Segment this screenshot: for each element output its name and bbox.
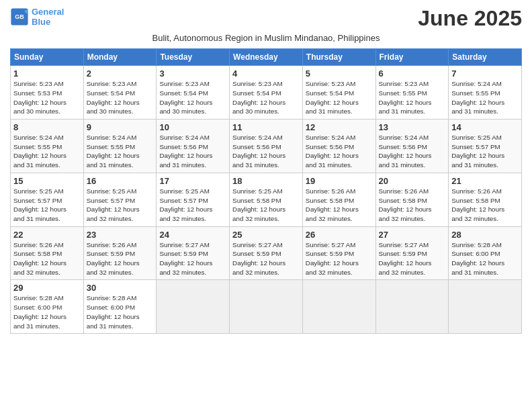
day-number: 1 bbox=[13, 68, 81, 79]
day-cell: 2Sunrise: 5:23 AM Sunset: 5:54 PM Daylig… bbox=[83, 66, 157, 120]
day-number: 27 bbox=[379, 230, 446, 240]
day-cell: 9Sunrise: 5:24 AM Sunset: 5:55 PM Daylig… bbox=[83, 120, 157, 173]
day-cell: 17Sunrise: 5:25 AM Sunset: 5:57 PM Dayli… bbox=[157, 173, 230, 226]
day-cell: 11Sunrise: 5:24 AM Sunset: 5:56 PM Dayli… bbox=[230, 120, 303, 173]
day-info: Sunrise: 5:27 AM Sunset: 5:59 PM Dayligh… bbox=[306, 240, 373, 277]
day-info: Sunrise: 5:26 AM Sunset: 5:58 PM Dayligh… bbox=[13, 240, 81, 277]
day-cell bbox=[230, 280, 303, 334]
day-number: 14 bbox=[451, 122, 519, 132]
day-header-friday: Friday bbox=[375, 49, 449, 66]
day-info: Sunrise: 5:24 AM Sunset: 5:56 PM Dayligh… bbox=[159, 133, 226, 170]
day-cell: 15Sunrise: 5:25 AM Sunset: 5:57 PM Dayli… bbox=[11, 173, 84, 226]
day-info: Sunrise: 5:24 AM Sunset: 5:55 PM Dayligh… bbox=[451, 79, 519, 116]
day-number: 16 bbox=[87, 176, 154, 186]
day-cell: 23Sunrise: 5:26 AM Sunset: 5:59 PM Dayli… bbox=[83, 226, 157, 280]
week-row-1: 1Sunrise: 5:23 AM Sunset: 5:53 PM Daylig… bbox=[11, 66, 522, 120]
day-info: Sunrise: 5:25 AM Sunset: 5:58 PM Dayligh… bbox=[232, 187, 300, 224]
week-row-2: 8Sunrise: 5:24 AM Sunset: 5:55 PM Daylig… bbox=[11, 120, 522, 173]
day-number: 15 bbox=[13, 176, 81, 186]
day-info: Sunrise: 5:27 AM Sunset: 5:59 PM Dayligh… bbox=[159, 240, 226, 277]
day-header-monday: Monday bbox=[83, 49, 157, 66]
day-number: 24 bbox=[159, 230, 226, 240]
logo-text: General Blue bbox=[32, 7, 64, 27]
day-cell: 14Sunrise: 5:25 AM Sunset: 5:57 PM Dayli… bbox=[449, 120, 522, 173]
day-cell bbox=[157, 280, 230, 334]
day-number: 19 bbox=[306, 176, 373, 186]
day-number: 8 bbox=[13, 122, 81, 132]
day-cell: 24Sunrise: 5:27 AM Sunset: 5:59 PM Dayli… bbox=[157, 226, 230, 280]
day-info: Sunrise: 5:24 AM Sunset: 5:56 PM Dayligh… bbox=[232, 133, 300, 170]
day-cell: 25Sunrise: 5:27 AM Sunset: 5:59 PM Dayli… bbox=[230, 226, 303, 280]
day-number: 2 bbox=[87, 68, 154, 79]
day-info: Sunrise: 5:27 AM Sunset: 5:59 PM Dayligh… bbox=[379, 240, 446, 277]
day-info: Sunrise: 5:24 AM Sunset: 5:56 PM Dayligh… bbox=[306, 133, 373, 170]
day-cell: 22Sunrise: 5:26 AM Sunset: 5:58 PM Dayli… bbox=[11, 226, 84, 280]
day-info: Sunrise: 5:26 AM Sunset: 5:59 PM Dayligh… bbox=[87, 240, 154, 277]
day-info: Sunrise: 5:25 AM Sunset: 5:57 PM Dayligh… bbox=[13, 187, 81, 224]
day-cell: 21Sunrise: 5:26 AM Sunset: 5:58 PM Dayli… bbox=[449, 173, 522, 226]
day-number: 12 bbox=[306, 122, 373, 132]
header-row: SundayMondayTuesdayWednesdayThursdayFrid… bbox=[11, 49, 522, 66]
day-cell: 5Sunrise: 5:23 AM Sunset: 5:54 PM Daylig… bbox=[302, 66, 375, 120]
day-info: Sunrise: 5:26 AM Sunset: 5:58 PM Dayligh… bbox=[306, 187, 373, 224]
day-info: Sunrise: 5:26 AM Sunset: 5:58 PM Dayligh… bbox=[379, 187, 446, 224]
day-info: Sunrise: 5:27 AM Sunset: 5:59 PM Dayligh… bbox=[232, 240, 300, 277]
svg-text:GB: GB bbox=[15, 13, 24, 20]
day-info: Sunrise: 5:28 AM Sunset: 6:00 PM Dayligh… bbox=[13, 293, 81, 330]
day-info: Sunrise: 5:25 AM Sunset: 5:57 PM Dayligh… bbox=[159, 187, 226, 224]
day-number: 9 bbox=[87, 122, 154, 132]
day-info: Sunrise: 5:28 AM Sunset: 6:00 PM Dayligh… bbox=[451, 240, 519, 277]
week-row-4: 22Sunrise: 5:26 AM Sunset: 5:58 PM Dayli… bbox=[11, 226, 522, 280]
day-cell: 20Sunrise: 5:26 AM Sunset: 5:58 PM Dayli… bbox=[375, 173, 449, 226]
week-row-3: 15Sunrise: 5:25 AM Sunset: 5:57 PM Dayli… bbox=[11, 173, 522, 226]
day-info: Sunrise: 5:26 AM Sunset: 5:58 PM Dayligh… bbox=[451, 187, 519, 224]
day-info: Sunrise: 5:23 AM Sunset: 5:54 PM Dayligh… bbox=[306, 79, 373, 116]
day-cell: 16Sunrise: 5:25 AM Sunset: 5:57 PM Dayli… bbox=[83, 173, 157, 226]
day-info: Sunrise: 5:25 AM Sunset: 5:57 PM Dayligh… bbox=[87, 187, 154, 224]
day-info: Sunrise: 5:24 AM Sunset: 5:56 PM Dayligh… bbox=[379, 133, 446, 170]
day-cell: 29Sunrise: 5:28 AM Sunset: 6:00 PM Dayli… bbox=[11, 280, 84, 334]
day-number: 17 bbox=[159, 176, 226, 186]
day-info: Sunrise: 5:23 AM Sunset: 5:54 PM Dayligh… bbox=[232, 79, 300, 116]
day-header-wednesday: Wednesday bbox=[230, 49, 303, 66]
day-number: 23 bbox=[87, 230, 154, 240]
day-number: 20 bbox=[379, 176, 446, 186]
day-number: 26 bbox=[306, 230, 373, 240]
day-header-sunday: Sunday bbox=[11, 49, 84, 66]
day-cell: 4Sunrise: 5:23 AM Sunset: 5:54 PM Daylig… bbox=[230, 66, 303, 120]
week-row-5: 29Sunrise: 5:28 AM Sunset: 6:00 PM Dayli… bbox=[11, 280, 522, 334]
day-header-tuesday: Tuesday bbox=[157, 49, 230, 66]
day-cell: 18Sunrise: 5:25 AM Sunset: 5:58 PM Dayli… bbox=[230, 173, 303, 226]
main-title: June 2025 bbox=[418, 7, 522, 30]
day-number: 22 bbox=[13, 230, 81, 240]
day-cell: 7Sunrise: 5:24 AM Sunset: 5:55 PM Daylig… bbox=[449, 66, 522, 120]
day-number: 3 bbox=[159, 68, 226, 79]
day-info: Sunrise: 5:23 AM Sunset: 5:55 PM Dayligh… bbox=[379, 79, 446, 116]
logo-icon: GB bbox=[10, 7, 29, 26]
day-number: 10 bbox=[159, 122, 226, 132]
day-number: 7 bbox=[451, 68, 519, 79]
day-number: 5 bbox=[306, 68, 373, 79]
day-info: Sunrise: 5:28 AM Sunset: 6:00 PM Dayligh… bbox=[87, 293, 154, 330]
calendar-header: SundayMondayTuesdayWednesdayThursdayFrid… bbox=[11, 49, 522, 66]
day-info: Sunrise: 5:24 AM Sunset: 5:55 PM Dayligh… bbox=[87, 133, 154, 170]
day-cell bbox=[302, 280, 375, 334]
day-info: Sunrise: 5:24 AM Sunset: 5:55 PM Dayligh… bbox=[13, 133, 81, 170]
subtitle: Bulit, Autonomous Region in Muslim Minda… bbox=[10, 33, 522, 43]
day-info: Sunrise: 5:25 AM Sunset: 5:57 PM Dayligh… bbox=[451, 133, 519, 170]
day-cell bbox=[375, 280, 449, 334]
calendar-body: 1Sunrise: 5:23 AM Sunset: 5:53 PM Daylig… bbox=[11, 66, 522, 334]
day-number: 13 bbox=[379, 122, 446, 132]
day-number: 4 bbox=[232, 68, 300, 79]
day-number: 6 bbox=[379, 68, 446, 79]
day-info: Sunrise: 5:23 AM Sunset: 5:54 PM Dayligh… bbox=[159, 79, 226, 116]
header: GB General Blue June 2025 bbox=[10, 7, 522, 30]
day-cell: 1Sunrise: 5:23 AM Sunset: 5:53 PM Daylig… bbox=[11, 66, 84, 120]
day-number: 29 bbox=[13, 283, 81, 293]
day-header-thursday: Thursday bbox=[302, 49, 375, 66]
day-number: 18 bbox=[232, 176, 300, 186]
day-cell: 13Sunrise: 5:24 AM Sunset: 5:56 PM Dayli… bbox=[375, 120, 449, 173]
day-number: 11 bbox=[232, 122, 300, 132]
day-number: 28 bbox=[451, 230, 519, 240]
day-cell: 3Sunrise: 5:23 AM Sunset: 5:54 PM Daylig… bbox=[157, 66, 230, 120]
